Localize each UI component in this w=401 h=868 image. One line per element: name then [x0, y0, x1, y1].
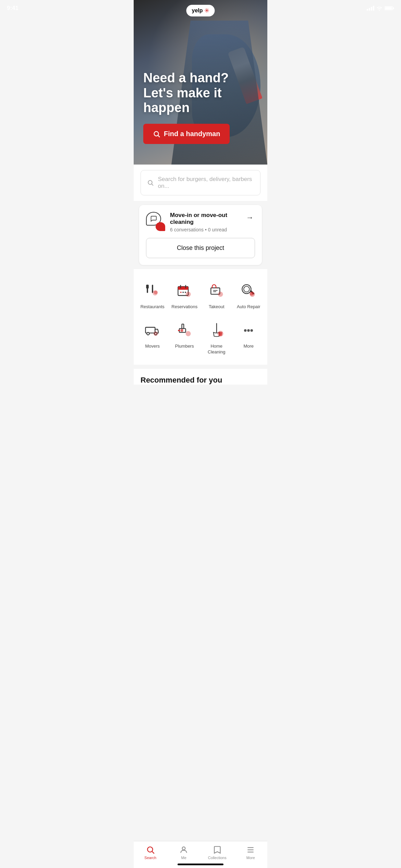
svg-point-41 — [247, 329, 250, 331]
svg-rect-36 — [181, 329, 183, 331]
svg-rect-29 — [145, 327, 155, 333]
more-cats-label: More — [243, 343, 254, 349]
find-handyman-button[interactable]: Find a handyman — [143, 124, 230, 144]
category-takeout[interactable]: Takeout — [200, 277, 233, 314]
plumbers-icon — [175, 321, 194, 340]
svg-point-16 — [180, 292, 182, 293]
svg-point-18 — [185, 292, 186, 293]
yelp-text: yelp — [192, 8, 203, 14]
search-placeholder: Search for burgers, delivery, barbers on… — [158, 176, 254, 190]
restaurants-icon — [143, 281, 162, 301]
svg-rect-8 — [146, 285, 148, 288]
svg-point-42 — [251, 329, 253, 331]
category-auto-repair[interactable]: Auto Repair — [233, 277, 265, 314]
project-title: Move-in or move-out cleaning — [170, 212, 240, 226]
home-cleaning-label: Home Cleaning — [203, 343, 231, 355]
category-home-cleaning[interactable]: Home Cleaning — [200, 317, 233, 359]
svg-point-25 — [244, 286, 250, 292]
recommended-section: Recommended for you — [134, 369, 267, 385]
close-project-button[interactable]: Close this project — [146, 238, 255, 258]
yelp-star-icon: ✳ — [204, 7, 209, 14]
svg-point-23 — [218, 292, 223, 297]
status-bar: 9:41 yelp ✳ — [134, 0, 267, 14]
hero-section: Need a hand? Let's make it happen Find a… — [134, 0, 267, 165]
auto-repair-label: Auto Repair — [237, 304, 260, 310]
svg-point-19 — [186, 292, 191, 297]
takeout-label: Takeout — [209, 304, 224, 310]
categories-grid: Restaurants Reservations — [134, 277, 267, 359]
category-restaurants[interactable]: Restaurants — [136, 277, 169, 314]
reservations-label: Reservations — [171, 304, 197, 310]
home-cleaning-icon — [207, 321, 226, 340]
svg-point-3 — [154, 131, 159, 136]
project-icon — [146, 212, 165, 231]
category-plumbers[interactable]: Plumbers — [169, 317, 201, 359]
plumbers-label: Plumbers — [175, 343, 194, 349]
svg-point-32 — [154, 331, 158, 336]
search-icon-btn — [153, 130, 160, 138]
more-cats-icon — [239, 321, 258, 340]
takeout-icon — [207, 281, 226, 301]
hero-content: Need a hand? Let's make it happen Find a… — [134, 71, 267, 144]
search-icon — [147, 179, 154, 186]
svg-point-30 — [147, 332, 149, 335]
svg-point-40 — [244, 329, 246, 331]
chat-bubble-small-icon — [156, 222, 165, 231]
svg-point-28 — [250, 292, 254, 296]
hero-title: Need a hand? Let's make it happen — [143, 71, 258, 116]
search-section: Search for burgers, delivery, barbers on… — [134, 165, 267, 201]
project-info: Move-in or move-out cleaning 6 conversat… — [165, 212, 245, 232]
category-reservations[interactable]: Reservations — [169, 277, 201, 314]
auto-repair-icon — [239, 281, 258, 301]
project-meta: 6 conversations • 0 unread — [170, 227, 240, 232]
recommended-title: Recommended for you — [141, 376, 260, 385]
svg-rect-34 — [182, 324, 184, 328]
svg-point-17 — [183, 292, 184, 293]
category-movers[interactable]: Movers — [136, 317, 169, 359]
svg-line-4 — [158, 135, 160, 137]
project-header: Move-in or move-out cleaning 6 conversat… — [146, 212, 255, 232]
svg-line-6 — [152, 184, 154, 186]
categories-section: Restaurants Reservations — [134, 269, 267, 365]
reservations-icon — [175, 281, 194, 301]
search-bar[interactable]: Search for burgers, delivery, barbers on… — [141, 170, 260, 195]
svg-point-5 — [148, 180, 152, 184]
project-arrow-button[interactable]: → — [245, 212, 255, 224]
svg-point-11 — [154, 290, 157, 294]
svg-rect-13 — [178, 287, 189, 290]
movers-icon — [143, 321, 162, 340]
svg-rect-35 — [178, 330, 180, 331]
movers-label: Movers — [145, 343, 160, 349]
yelp-logo: yelp ✳ — [186, 5, 215, 16]
category-more[interactable]: More — [233, 317, 265, 359]
restaurants-label: Restaurants — [141, 304, 165, 310]
svg-point-37 — [186, 331, 191, 336]
project-card: Move-in or move-out cleaning 6 conversat… — [139, 205, 262, 265]
